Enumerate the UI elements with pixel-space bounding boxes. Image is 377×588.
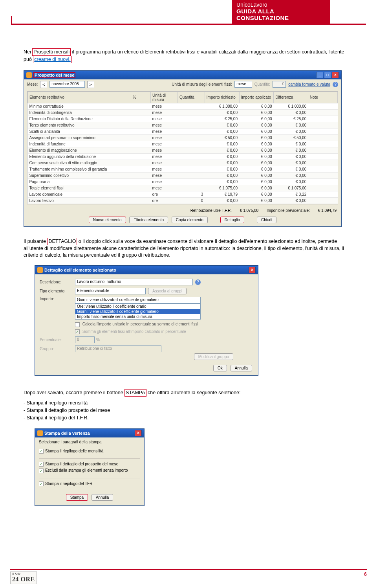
stampa-button[interactable]: Stampa xyxy=(66,494,88,501)
cell-name: Scatti di anzianità xyxy=(28,128,131,134)
opt-giorni[interactable]: Giorni: viene utilizzato il coefficiente… xyxy=(75,309,200,314)
cell-diff: € 1.000,00 xyxy=(274,103,308,109)
close-button[interactable]: × xyxy=(135,430,142,436)
table-row[interactable]: Trattamento minimo complessivo di garanz… xyxy=(28,166,338,172)
chk-riepilogo-tfr[interactable] xyxy=(39,481,44,486)
cell-pct xyxy=(131,141,151,147)
dettaglio-button[interactable]: Dettaglio xyxy=(220,217,244,223)
titlebar: Prospetto del mese _ □ × xyxy=(24,71,341,79)
help-icon[interactable]: ? xyxy=(333,82,338,87)
table-row[interactable]: Elemento Distinto della Retribuzionemese… xyxy=(28,116,338,122)
col-imp-rich: Importo richiesto xyxy=(205,92,239,103)
cell-imp-app: € 0,00 xyxy=(239,166,274,172)
table-row[interactable]: Lavoro festivoore0€ 0,00€ 0,00€ 0,00 xyxy=(28,197,338,204)
chk-riepilogo-mensilita[interactable] xyxy=(39,449,44,454)
chk-escludi-senza-importo[interactable] xyxy=(39,469,44,473)
cell-pct xyxy=(131,103,151,109)
header-rule xyxy=(11,24,366,25)
cell-unit: mese xyxy=(151,185,178,191)
highlight-dettaglio: DETTAGLIO xyxy=(47,238,77,245)
cell-name: Indennità di funzione xyxy=(28,141,131,147)
cell-note xyxy=(308,141,337,147)
close-button[interactable]: × xyxy=(249,267,256,273)
list-item-1: - Stampa il riepilogo mensilità xyxy=(24,400,353,406)
modifica-gruppo-button: Modifica il gruppo xyxy=(194,353,233,360)
table-row[interactable]: Superminimo collettivomese€ 0,00€ 0,00€ … xyxy=(28,172,338,178)
copia-elemento-button[interactable]: Copia elemento xyxy=(172,217,208,223)
chiudi-button[interactable]: Chiudi xyxy=(257,217,276,223)
tfr-value: € 1.075,00 xyxy=(240,208,258,213)
chk-percentuale[interactable] xyxy=(75,322,80,327)
descr-input[interactable]: Lavoro notturno: notturno xyxy=(75,279,193,285)
qty-label: Quantità: xyxy=(254,82,271,86)
link-crearne-di-nuovi[interactable]: crearne di nuovi. xyxy=(33,56,71,63)
maximize-button[interactable]: □ xyxy=(324,72,331,78)
table-row[interactable]: Compenso sostitutivo di vitto e alloggio… xyxy=(28,160,338,166)
table-row[interactable]: Scatti di anzianitàmese€ 0,00€ 0,00€ 0,0… xyxy=(28,128,338,134)
cell-unit: mese xyxy=(151,103,178,109)
chk-dettaglio-prospetto[interactable] xyxy=(39,462,44,467)
cell-qty xyxy=(178,134,205,141)
table-row[interactable]: Elemento aggiuntivo della retribuzioneme… xyxy=(28,153,338,160)
cell-diff: € 0,00 xyxy=(274,178,308,185)
cell-note xyxy=(308,122,337,128)
cell-imp-rich: € 19,79 xyxy=(205,191,239,197)
month-selector[interactable]: novembre 2005 xyxy=(49,81,85,88)
cell-unit: mese xyxy=(151,141,178,147)
prev-month-button[interactable]: < xyxy=(40,81,47,88)
table-row[interactable]: Lavoro domenicaleore3€ 19,79€ 0,00€ 3,22 xyxy=(28,191,338,197)
table-row[interactable]: Indennità di contingenzamese€ 0,00€ 0,00… xyxy=(28,109,338,116)
link-cambia-formato[interactable]: cambia formato e valuta xyxy=(288,82,330,86)
cell-note xyxy=(308,178,337,185)
page-number: 6 xyxy=(364,571,367,577)
cell-name: Superminimo collettivo xyxy=(28,172,131,178)
close-button[interactable]: × xyxy=(332,72,339,78)
paragraph-1: Nei Prospetti mensili il programma ripor… xyxy=(24,48,353,63)
annulla-button[interactable]: Annulla xyxy=(92,494,113,501)
col-imp-app: Importo applicato xyxy=(239,92,274,103)
cell-diff: € 0,00 xyxy=(274,147,308,153)
section-label: Selezionare i paragrafi della stampa xyxy=(39,440,140,444)
table-row[interactable]: Paga orariamese€ 0,00€ 0,00€ 0,00 xyxy=(28,178,338,185)
p3-post: che offrirà all'utente la seguente selez… xyxy=(146,390,241,395)
ok-button[interactable]: Ok xyxy=(213,365,227,371)
brand-line1: UnicoLavoro xyxy=(236,2,325,8)
mese-label: Mese: xyxy=(27,82,38,86)
cell-unit: mese xyxy=(151,128,178,134)
cell-qty xyxy=(178,128,205,134)
annulla-button[interactable]: Annulla xyxy=(231,365,252,371)
cell-imp-rich: € 0,00 xyxy=(205,141,239,147)
tipo-input[interactable]: Elemento variabile xyxy=(75,288,146,294)
prev-value: € 1.094,79 xyxy=(318,208,337,213)
opt-importo-fisso[interactable]: Importo fisso mensile senza unità di mis… xyxy=(75,314,200,319)
cell-unit: mese xyxy=(151,160,178,166)
importo-select[interactable]: Giorni: viene utilizzato il coefficiente… xyxy=(75,297,201,303)
table-row[interactable]: Minimo contrattualemese€ 1.000,00€ 0,00€… xyxy=(28,103,338,109)
cell-pct xyxy=(131,109,151,116)
cell-note xyxy=(308,116,337,122)
col-pct: % xyxy=(131,92,151,103)
titlebar: Stampa della vertenza × xyxy=(35,429,144,437)
cell-imp-rich: € 0,00 xyxy=(205,147,239,153)
importo-dropdown-list[interactable]: Ore: viene utilizzato il coefficiente or… xyxy=(75,303,201,320)
table-row[interactable]: Terzo elemento retributivomese€ 0,00€ 0,… xyxy=(28,122,338,128)
opt-ore[interactable]: Ore: viene utilizzato il coefficiente or… xyxy=(75,304,200,309)
chk4-label: Stampa il riepilogo del TFR xyxy=(45,481,92,486)
table-row[interactable]: Totale elementi fissimese€ 1.075,00€ 0,0… xyxy=(28,185,338,191)
elimina-elemento-button[interactable]: Elimina elemento xyxy=(129,217,168,223)
help-icon[interactable]: ? xyxy=(195,279,201,285)
table-row[interactable]: Elemento di maggiorazionemese€ 0,00€ 0,0… xyxy=(28,147,338,153)
cell-pct xyxy=(131,116,151,122)
chk-percentuale-label: Calcola l'importo unitario in percentual… xyxy=(82,322,198,326)
minimize-button[interactable]: _ xyxy=(316,72,323,78)
cell-qty xyxy=(178,122,205,128)
cell-pct xyxy=(131,197,151,204)
table-row[interactable]: Assegno ad personam o superminimomese€ 5… xyxy=(28,134,338,141)
table-row[interactable]: Indennità di funzionemese€ 0,00€ 0,00€ 0… xyxy=(28,141,338,147)
next-month-button[interactable]: > xyxy=(87,81,94,88)
nuovo-elemento-button[interactable]: Nuovo elemento xyxy=(89,217,126,223)
cell-note xyxy=(308,147,337,153)
unit-selector[interactable]: mese xyxy=(234,81,252,88)
qty-input[interactable]: 0 xyxy=(273,81,286,88)
chk-somma-fissi-label: Somma gli elementi fissi all'importo cal… xyxy=(82,329,186,334)
